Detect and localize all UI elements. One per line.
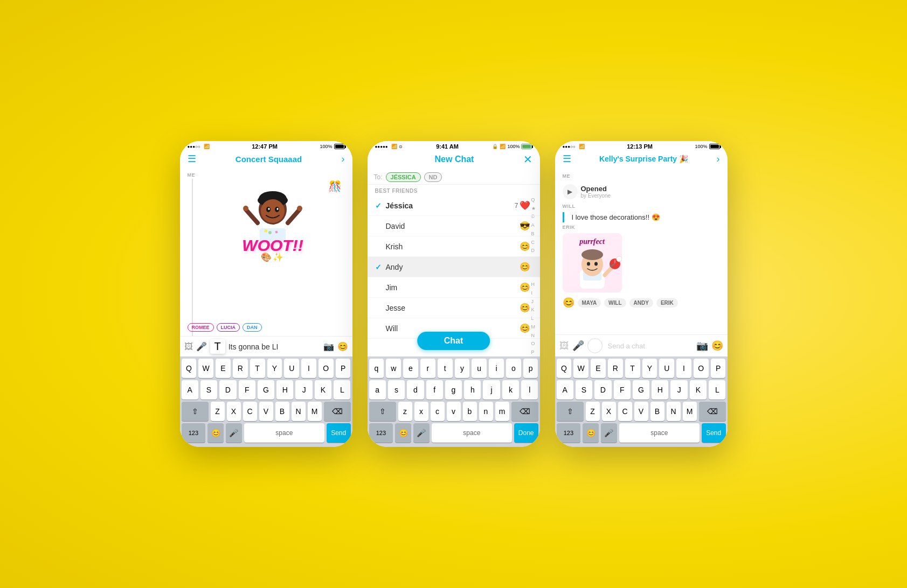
key-emoji[interactable]: 😊 (207, 423, 224, 443)
close-button[interactable]: ✕ (523, 153, 532, 166)
p3-key-h[interactable]: H (652, 380, 668, 400)
p2-key-y[interactable]: y (455, 359, 470, 378)
p2-key-u[interactable]: u (472, 359, 487, 378)
p3-key-g[interactable]: G (633, 380, 649, 400)
hamburger-icon[interactable]: ☰ (188, 153, 196, 165)
key-i[interactable]: I (301, 359, 316, 378)
p3-key-f[interactable]: F (614, 380, 631, 400)
p3-key-v[interactable]: V (634, 402, 648, 421)
to-jessica-tag[interactable]: JÉSSICA (386, 172, 421, 182)
p3-key-r[interactable]: R (608, 359, 623, 378)
key-r[interactable]: R (233, 359, 248, 378)
key-t[interactable]: T (250, 359, 265, 378)
p3-key-m[interactable]: M (683, 402, 697, 421)
p2-key-shift[interactable]: ⇧ (369, 402, 396, 421)
p3-key-123[interactable]: 123 (557, 423, 581, 443)
p2-key-emoji[interactable]: 😊 (395, 423, 411, 443)
p2-key-m[interactable]: m (495, 402, 509, 421)
phone3-image-icon[interactable]: 🖼 (559, 340, 569, 352)
key-e[interactable]: E (216, 359, 231, 378)
p3-key-d[interactable]: D (594, 380, 611, 400)
p2-key-d[interactable]: d (407, 380, 424, 400)
p2-key-backspace[interactable]: ⌫ (511, 402, 538, 421)
p3-key-emoji[interactable]: 😊 (583, 423, 599, 443)
p3-send-button[interactable]: Send (702, 423, 726, 443)
chat-input-placeholder[interactable]: Send a chat (606, 342, 693, 350)
p2-key-q[interactable]: q (369, 359, 384, 378)
key-u[interactable]: U (284, 359, 299, 378)
mic-icon[interactable]: 🎤 (196, 341, 207, 352)
key-d[interactable]: D (219, 380, 236, 400)
p3-key-n[interactable]: N (667, 402, 681, 421)
key-123[interactable]: 123 (182, 423, 206, 443)
p2-key-mic[interactable]: 🎤 (413, 423, 430, 443)
p2-key-j[interactable]: j (483, 380, 500, 400)
p3-key-space[interactable]: space (619, 423, 700, 443)
p2-key-k[interactable]: k (502, 380, 519, 400)
p3-key-b[interactable]: B (650, 402, 664, 421)
p3-key-j[interactable]: J (670, 380, 687, 400)
key-s[interactable]: S (200, 380, 217, 400)
p2-key-v[interactable]: v (447, 402, 461, 421)
p2-key-b[interactable]: b (463, 402, 477, 421)
p2-key-a[interactable]: a (369, 380, 386, 400)
contact-krish[interactable]: Krish 😊 (368, 236, 540, 257)
send-button[interactable]: Send (327, 423, 351, 443)
phone3-chevron-right-icon[interactable]: › (717, 153, 720, 165)
key-space[interactable]: space (244, 423, 324, 443)
p2-key-t[interactable]: t (438, 359, 453, 378)
p2-key-123[interactable]: 123 (369, 423, 393, 443)
video-icon[interactable]: 📷 (323, 341, 334, 352)
p2-key-h[interactable]: h (464, 380, 481, 400)
p2-key-n[interactable]: n (479, 402, 493, 421)
p2-key-z[interactable]: z (398, 402, 412, 421)
p3-key-mic[interactable]: 🎤 (601, 423, 617, 443)
key-shift[interactable]: ⇧ (182, 402, 209, 421)
p3-key-p[interactable]: P (711, 359, 726, 378)
chat-button[interactable]: Chat (417, 332, 490, 350)
key-g[interactable]: G (258, 380, 274, 400)
p3-key-t[interactable]: T (625, 359, 640, 378)
p3-key-s[interactable]: S (576, 380, 592, 400)
p2-key-r[interactable]: r (420, 359, 435, 378)
key-m[interactable]: M (308, 402, 322, 421)
p3-key-y[interactable]: Y (642, 359, 657, 378)
contact-jim[interactable]: Jim 😊 (368, 277, 540, 298)
p3-key-l[interactable]: L (709, 380, 725, 400)
key-w[interactable]: W (198, 359, 213, 378)
key-h[interactable]: H (276, 380, 293, 400)
p2-key-g[interactable]: g (445, 380, 462, 400)
phone3-emoji-icon[interactable]: 😊 (711, 340, 723, 352)
p2-key-p[interactable]: p (523, 359, 538, 378)
p3-key-backspace[interactable]: ⌫ (699, 402, 726, 421)
phone3-video-icon[interactable]: 📷 (696, 340, 708, 352)
key-x[interactable]: X (227, 402, 241, 421)
p3-key-shift[interactable]: ⇧ (557, 402, 584, 421)
contact-david[interactable]: David 😎 (368, 216, 540, 236)
p3-key-a[interactable]: A (557, 380, 573, 400)
contact-jessica[interactable]: ✓ Jéssica 7 ❤️ (368, 195, 540, 216)
p3-key-k[interactable]: K (690, 380, 707, 400)
key-v[interactable]: V (259, 402, 273, 421)
image-icon[interactable]: 🖼 (184, 342, 193, 352)
key-mic[interactable]: 🎤 (226, 423, 242, 443)
p2-done-button[interactable]: Done (514, 423, 538, 443)
key-k[interactable]: K (315, 380, 331, 400)
key-a[interactable]: A (182, 380, 198, 400)
key-z[interactable]: Z (211, 402, 225, 421)
p3-key-o[interactable]: O (694, 359, 709, 378)
key-y[interactable]: Y (267, 359, 282, 378)
key-f[interactable]: F (239, 380, 255, 400)
phone3-mic-icon[interactable]: 🎤 (572, 340, 584, 352)
key-backspace[interactable]: ⌫ (324, 402, 351, 421)
p3-key-z[interactable]: Z (586, 402, 600, 421)
contact-jesse[interactable]: Jesse 😊 (368, 298, 540, 318)
key-l[interactable]: L (334, 380, 350, 400)
to-nd-tag[interactable]: ND (424, 172, 442, 182)
p2-key-e[interactable]: e (403, 359, 418, 378)
emoji-icon[interactable]: 😊 (337, 341, 348, 352)
p2-key-l[interactable]: l (521, 380, 538, 400)
p2-key-o[interactable]: o (506, 359, 521, 378)
p3-key-e[interactable]: E (591, 359, 606, 378)
p3-key-q[interactable]: Q (557, 359, 572, 378)
